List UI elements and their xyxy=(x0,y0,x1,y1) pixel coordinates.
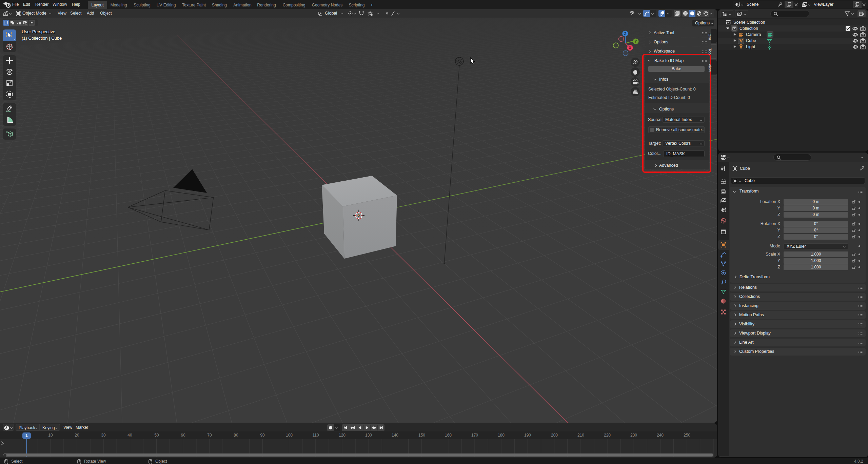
svg-text:X: X xyxy=(629,46,631,50)
svg-text:Z: Z xyxy=(624,32,627,36)
svg-text:Y: Y xyxy=(634,39,637,43)
